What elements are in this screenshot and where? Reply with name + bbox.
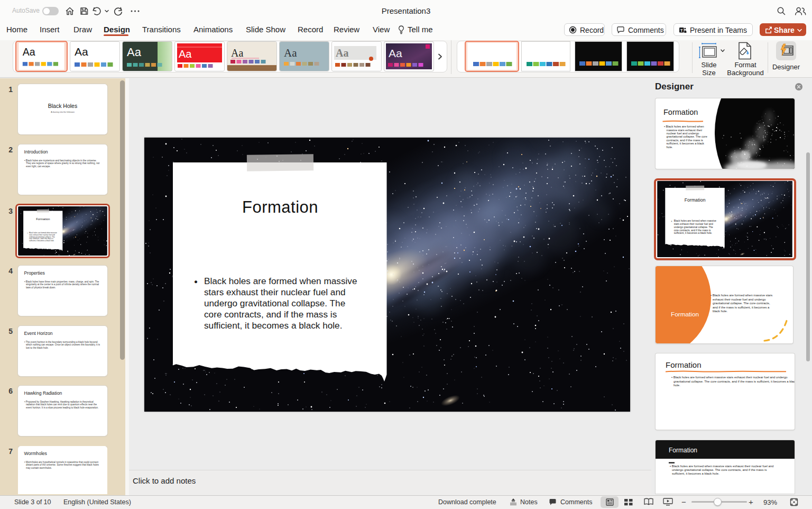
svg-text:undergo gravitational collapse: undergo gravitational collapse. The core…	[672, 468, 767, 471]
svg-text:• Black holes are formed when: • Black holes are formed when massive st…	[671, 376, 788, 379]
svg-text:Black holes are formed when ma: Black holes are formed when massive	[29, 232, 57, 234]
svg-text:• Black holes are formed when: • Black holes are formed when massive st…	[710, 294, 772, 297]
svg-text:lost to the black hole.: lost to the black hole.	[26, 347, 49, 349]
svg-text:stars exhaust their nuclear fu: stars exhaust their nuclear fuel and	[674, 223, 714, 225]
svg-text:undergo gravitational collapse: undergo gravitational collapse. The	[674, 226, 713, 229]
svg-text:Black holes are formed when ma: Black holes are formed when massive	[204, 276, 357, 286]
svg-text:Aa: Aa	[75, 46, 88, 58]
svg-text:core contracts, and if the mas: core contracts, and if the mass is	[204, 309, 337, 320]
svg-text:undergo gravitational collapse: undergo gravitational collapse. The	[29, 236, 55, 238]
svg-text:core contracts, and if the mas: core contracts, and if the mass is	[29, 238, 53, 240]
svg-text:Event Horizon: Event Horizon	[24, 331, 53, 336]
svg-text:Properties: Properties	[24, 270, 45, 276]
svg-text:nuclear fuel and undergo: nuclear fuel and undergo	[667, 132, 699, 135]
svg-text:may contain wormholes.: may contain wormholes.	[26, 467, 52, 469]
svg-text:Wormholes: Wormholes	[24, 451, 47, 456]
svg-text:Formation: Formation	[36, 217, 50, 221]
svg-text:●: ●	[194, 278, 198, 285]
svg-text:Aa: Aa	[284, 47, 297, 59]
svg-text:sufficient, it becomes a black: sufficient, it becomes a black hole.	[29, 240, 54, 242]
svg-text:hole.: hole.	[673, 384, 680, 387]
svg-text:Formation: Formation	[669, 447, 697, 454]
svg-text:Formation: Formation	[666, 360, 702, 369]
svg-text:sufficient, it becomes a black: sufficient, it becomes a black hole.	[672, 472, 719, 475]
svg-text:• Black holes are formed when: • Black holes are formed when massive st…	[670, 465, 773, 468]
svg-text:and if the mass is sufficient,: and if the mass is sufficient, it become…	[713, 306, 770, 309]
svg-text:exhaust their nuclear fuel and: exhaust their nuclear fuel and undergo	[713, 298, 766, 301]
svg-text:sufficient, it becomes a black: sufficient, it becomes a black hole.	[674, 232, 713, 234]
svg-text:massive stars exhaust their: massive stars exhaust their	[667, 129, 703, 132]
svg-text:gravitational collapse. The co: gravitational collapse. The core contrac…	[713, 302, 770, 305]
svg-text:Aa: Aa	[23, 46, 35, 58]
svg-text:• Black holes are formed when: • Black holes are formed when	[664, 125, 704, 128]
svg-text:core contracts, and if the mas: core contracts, and if the mass is	[674, 229, 711, 232]
svg-text:Aa: Aa	[127, 46, 142, 59]
svg-text:even light, can escape.: even light, can escape.	[26, 165, 51, 168]
svg-text:gravitational collapse. The co: gravitational collapse. The core	[667, 135, 707, 138]
svg-text:Aa: Aa	[179, 48, 192, 60]
svg-text:T: T	[680, 28, 683, 33]
svg-text:Formation: Formation	[685, 197, 706, 203]
svg-text:contracts, and if the mass is: contracts, and if the mass is	[667, 139, 704, 142]
svg-text:stars exhaust their nuclear fu: stars exhaust their nuclear fuel and	[204, 287, 346, 297]
svg-text:undergo gravitational collapse: undergo gravitational collapse. The	[204, 298, 345, 308]
svg-text:Formation: Formation	[663, 108, 698, 116]
svg-text:●: ●	[671, 220, 672, 222]
svg-text:Introduction: Introduction	[24, 149, 48, 154]
svg-text:black hole.: black hole.	[713, 310, 728, 313]
svg-text:A Journey into the Unknown: A Journey into the Unknown	[51, 111, 75, 113]
svg-text:hole.: hole.	[667, 146, 673, 149]
svg-text:Aa: Aa	[336, 47, 348, 59]
svg-text:Formation: Formation	[242, 198, 318, 216]
svg-text:stars exhaust their nuclear fu: stars exhaust their nuclear fuel and	[29, 234, 55, 236]
svg-text:Black holes are formed when ma: Black holes are formed when massive	[674, 220, 717, 222]
svg-text:Black Holes: Black Holes	[48, 103, 77, 109]
svg-text:laws of physics break down.: laws of physics break down.	[26, 286, 56, 289]
svg-text:sufficient, it becomes a black: sufficient, it becomes a black hole.	[204, 320, 342, 331]
svg-text:Aa: Aa	[389, 47, 402, 59]
svg-text:event horizon. It is a slow pr: event horizon. It is a slow process lead…	[26, 406, 98, 409]
svg-text:Formation: Formation	[671, 311, 699, 318]
svg-text:Aa: Aa	[231, 47, 243, 59]
svg-text:Hawking Radiation: Hawking Radiation	[24, 390, 62, 396]
svg-text:gravitational collapse. The co: gravitational collapse. The core contrac…	[673, 380, 795, 383]
svg-text:sufficient, it becomes a black: sufficient, it becomes a black	[667, 142, 705, 145]
